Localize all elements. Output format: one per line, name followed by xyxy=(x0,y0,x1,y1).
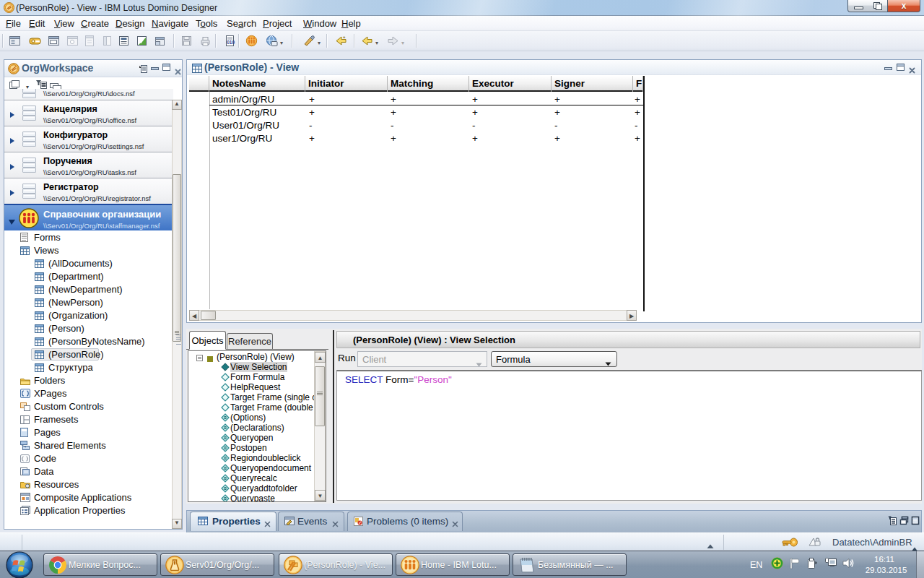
svg-text:*: * xyxy=(343,35,346,42)
svg-text:010: 010 xyxy=(227,40,235,45)
